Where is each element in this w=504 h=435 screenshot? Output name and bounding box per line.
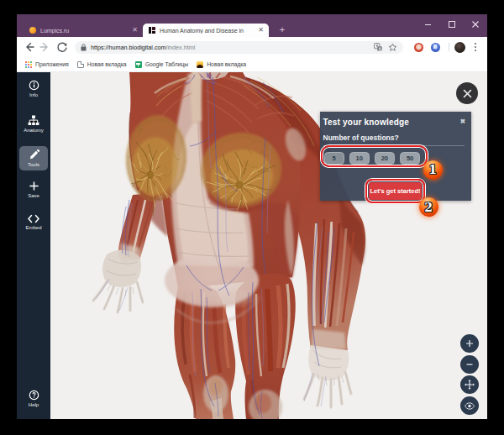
sidebar-item-embed[interactable]: Embed [19,209,48,234]
reload-button[interactable] [55,40,69,54]
url-path: /index.html [166,44,196,51]
extension-red-icon[interactable] [414,43,423,52]
quiz-question-label: Number of questions? [323,134,399,142]
quiz-close-icon[interactable]: ✖ [460,118,465,125]
sidebar-label: Anatomy [24,128,44,133]
url-host: https://human.biodigital.com [91,44,166,51]
code-icon [28,214,39,223]
new-tab-button[interactable]: + [277,25,287,35]
page-content: Info Anatomy Tools Save Embed Help [17,72,487,419]
info-icon [29,80,39,91]
close-window-icon [472,21,479,28]
zoom-in-icon [465,339,474,348]
sidebar-label: Save [28,193,39,198]
bookmark-newtab-2[interactable]: Новая вкладка [197,61,246,68]
image-icon [197,61,203,68]
profile-avatar[interactable] [454,42,465,53]
pan-icon [465,380,475,390]
center-view-button[interactable] [460,396,479,415]
bookmark-label: Новая вкладка [87,61,127,67]
maximize-button[interactable] [440,21,464,28]
pencil-icon [29,149,39,160]
browser-window: Lumpics.ru ✕ Human Anatomy and Disease i… [17,14,487,419]
sidebar-label: Tools [28,162,39,167]
anatomy-tree-icon [28,115,39,126]
tab-title: Human Anatomy and Disease in [160,28,258,34]
zoom-out-button[interactable] [460,355,479,374]
tab-close-icon[interactable]: ✕ [132,27,138,34]
center-view-icon [465,402,475,410]
sidebar-item-help[interactable]: Help [19,385,48,411]
sidebar-label: Help [29,402,39,407]
minimize-button[interactable] [417,21,440,28]
browser-toolbar: https://human.biodigital.com/index.html [17,37,487,57]
tab-close-icon[interactable]: ✕ [258,27,264,34]
back-button[interactable] [22,40,35,54]
viewer-close-button[interactable] [456,82,478,104]
translate-icon[interactable] [374,43,382,51]
tab-strip: Lumpics.ru ✕ Human Anatomy and Disease i… [17,14,487,37]
plus-icon [29,181,39,191]
pan-button[interactable] [460,375,479,394]
tab-lumpics[interactable]: Lumpics.ru ✕ [24,24,143,37]
address-bar[interactable]: https://human.biodigital.com/index.html [75,41,403,54]
question-icon [29,390,39,401]
sidebar-item-info[interactable]: Info [19,76,48,101]
lock-icon [81,44,87,51]
screenshot-stage: Lumpics.ru ✕ Human Anatomy and Disease i… [0,0,504,435]
bookmark-apps[interactable]: Приложения [25,61,69,68]
tab-title: Lumpics.ru [40,28,132,34]
sidebar-item-save[interactable]: Save [19,176,48,202]
zoom-in-button[interactable] [460,334,479,353]
url-text: https://human.biodigital.com/index.html [91,44,374,51]
step2-badge: 2 [419,197,438,217]
apps-grid-icon [25,61,32,68]
tab-biodigital[interactable]: Human Anatomy and Disease in ✕ [143,24,269,37]
lumpics-favicon-icon [29,27,36,34]
bookmark-label: Google Таблицы [145,61,189,67]
zoom-out-icon [465,360,474,369]
bookmark-sheets[interactable]: Google Таблицы [135,61,189,68]
sheets-icon [135,61,142,68]
bookmark-label: Приложения [35,61,69,67]
sidebar-item-anatomy[interactable]: Anatomy [19,111,48,136]
document-icon [77,61,84,68]
bookmarks-bar: Приложения Новая вкладка Google Таблицы … [17,57,487,72]
app-sidebar: Info Anatomy Tools Save Embed Help [17,72,50,419]
toolbar-separator [449,43,449,51]
extension-blue-icon[interactable] [431,43,440,52]
close-window-button[interactable] [464,21,487,28]
quiz-title: Test your knowledge [323,118,410,127]
forward-button[interactable] [39,40,52,54]
highlight-step1 [321,145,428,167]
window-controls [417,14,487,34]
maximize-icon [449,21,455,28]
sidebar-item-tools[interactable]: Tools [19,146,48,170]
sidebar-label: Info [29,92,38,97]
bookmark-newtab-1[interactable]: Новая вкладка [77,61,127,68]
biodigital-favicon-icon [149,27,155,34]
anatomy-viewport[interactable]: Test your knowledge ✖ Number of question… [50,72,487,419]
step1-badge: 1 [423,160,443,180]
minimize-icon [425,21,432,28]
bookmark-star-icon[interactable] [388,43,397,52]
highlight-step2 [365,179,425,203]
browser-menu-icon[interactable] [474,41,477,53]
sidebar-label: Embed [25,225,41,230]
bookmark-label: Новая вкладка [207,61,246,67]
close-x-icon [463,89,472,98]
